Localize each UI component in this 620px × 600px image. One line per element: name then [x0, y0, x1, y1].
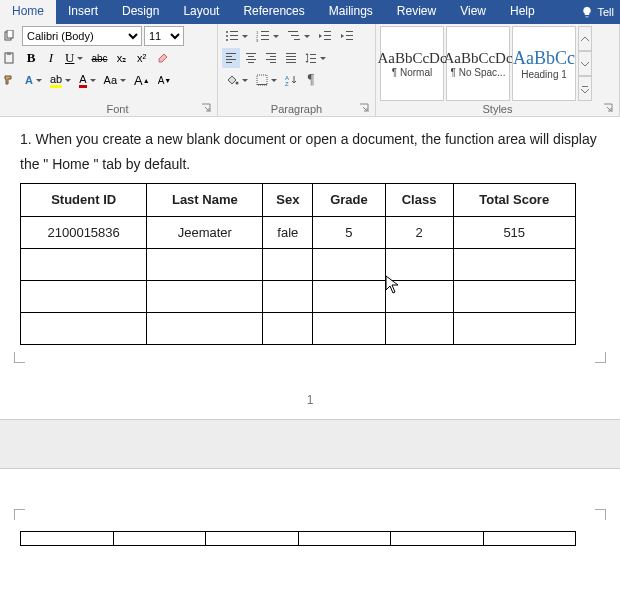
student-table-page2[interactable] [20, 531, 576, 546]
th-sex[interactable]: Sex [263, 184, 313, 217]
style-normal[interactable]: AaBbCcDc ¶ Normal [380, 26, 444, 101]
shrink-font-button[interactable]: A▼ [155, 70, 175, 90]
line-spacing-button[interactable] [302, 48, 329, 68]
numbering-icon: 123 [256, 30, 270, 42]
table-row[interactable] [21, 313, 576, 345]
bold-button[interactable]: B [22, 48, 40, 68]
justify-button[interactable] [282, 48, 300, 68]
tab-design[interactable]: Design [110, 0, 171, 24]
borders-button[interactable] [253, 70, 280, 90]
cell[interactable]: 5 [313, 216, 385, 249]
style-heading1[interactable]: AaBbCc Heading 1 [512, 26, 576, 101]
cell[interactable] [21, 532, 114, 546]
font-size-select[interactable]: 11 [144, 26, 184, 46]
cell[interactable] [453, 281, 576, 313]
cell[interactable] [313, 249, 385, 281]
th-total-score[interactable]: Total Score [453, 184, 576, 217]
underline-button[interactable]: U [62, 48, 86, 68]
decrease-indent-button[interactable] [315, 26, 335, 46]
align-left-button[interactable] [222, 48, 240, 68]
document-area[interactable]: 1. When you create a new blank document … [0, 117, 620, 546]
tab-mailings[interactable]: Mailings [317, 0, 385, 24]
style-no-spacing[interactable]: AaBbCcDc ¶ No Spac... [446, 26, 510, 101]
page-corner-top [20, 509, 600, 527]
clipboard-group-partial [0, 24, 18, 116]
cell[interactable] [147, 313, 263, 345]
cell[interactable]: 2100015836 [21, 216, 147, 249]
align-left-icon [225, 52, 237, 64]
tab-home[interactable]: Home [0, 0, 56, 24]
cell[interactable] [313, 281, 385, 313]
cell[interactable]: 515 [453, 216, 576, 249]
tab-references[interactable]: References [231, 0, 316, 24]
borders-icon [256, 74, 268, 86]
text-effects-button[interactable]: A [22, 70, 45, 90]
cell[interactable] [263, 249, 313, 281]
copy-button[interactable] [0, 26, 18, 46]
table-row[interactable] [21, 249, 576, 281]
highlight-button[interactable]: ab [47, 70, 74, 90]
change-case-button[interactable]: Aa [101, 70, 129, 90]
cell[interactable] [147, 281, 263, 313]
multilevel-list-button[interactable] [284, 26, 313, 46]
shading-button[interactable] [222, 70, 251, 90]
italic-button[interactable]: I [42, 48, 60, 68]
tab-insert[interactable]: Insert [56, 0, 110, 24]
th-last-name[interactable]: Last Name [147, 184, 263, 217]
align-right-button[interactable] [262, 48, 280, 68]
cell[interactable] [385, 249, 453, 281]
align-center-icon [245, 52, 257, 64]
cell[interactable] [453, 249, 576, 281]
bullets-button[interactable] [222, 26, 251, 46]
cell[interactable] [21, 313, 147, 345]
cell[interactable] [21, 281, 147, 313]
th-student-id[interactable]: Student ID [21, 184, 147, 217]
superscript-button[interactable]: x² [133, 48, 151, 68]
clear-formatting-button[interactable] [153, 48, 173, 68]
table-row[interactable] [21, 281, 576, 313]
cell[interactable] [385, 281, 453, 313]
th-grade[interactable]: Grade [313, 184, 385, 217]
tab-help[interactable]: Help [498, 0, 547, 24]
cell[interactable]: fale [263, 216, 313, 249]
show-marks-button[interactable]: ¶ [302, 70, 320, 90]
strikethrough-button[interactable]: abc [88, 48, 110, 68]
cell[interactable] [147, 249, 263, 281]
tab-view[interactable]: View [448, 0, 498, 24]
body-text-line1[interactable]: 1. When you create a new blank document … [20, 129, 600, 150]
cell[interactable]: 2 [385, 216, 453, 249]
sort-button[interactable]: AZ [282, 70, 300, 90]
table-row[interactable]: 2100015836 Jeemater fale 5 2 515 [21, 216, 576, 249]
styles-scroll-down[interactable] [578, 51, 592, 76]
cell[interactable] [453, 313, 576, 345]
align-center-button[interactable] [242, 48, 260, 68]
svg-rect-38 [286, 56, 296, 57]
increase-indent-button[interactable] [337, 26, 357, 46]
body-text-line2[interactable]: the " Home " tab by default. [20, 154, 600, 175]
font-name-select[interactable]: Calibri (Body) [22, 26, 142, 46]
cell[interactable] [313, 313, 385, 345]
lightbulb-icon [581, 6, 593, 18]
tab-layout[interactable]: Layout [171, 0, 231, 24]
cell[interactable] [385, 313, 453, 345]
font-dialog-launcher[interactable] [201, 103, 213, 115]
paste-button[interactable] [0, 48, 18, 68]
subscript-button[interactable]: x₂ [113, 48, 131, 68]
numbering-button[interactable]: 123 [253, 26, 282, 46]
tab-review[interactable]: Review [385, 0, 448, 24]
styles-expand[interactable] [578, 76, 592, 101]
cell[interactable]: Jeemater [147, 216, 263, 249]
format-painter-button[interactable] [0, 70, 18, 90]
styles-scroll-up[interactable] [578, 26, 592, 51]
student-table[interactable]: Student ID Last Name Sex Grade Class Tot… [20, 183, 576, 345]
th-class[interactable]: Class [385, 184, 453, 217]
cell[interactable] [21, 249, 147, 281]
cell[interactable] [263, 313, 313, 345]
tell-me[interactable]: Tell [575, 0, 620, 24]
svg-rect-46 [257, 75, 267, 85]
font-color-button[interactable]: A [76, 70, 98, 90]
cell[interactable] [263, 281, 313, 313]
paragraph-dialog-launcher[interactable] [359, 103, 371, 115]
styles-dialog-launcher[interactable] [603, 103, 615, 115]
grow-font-button[interactable]: A▲ [131, 70, 153, 90]
